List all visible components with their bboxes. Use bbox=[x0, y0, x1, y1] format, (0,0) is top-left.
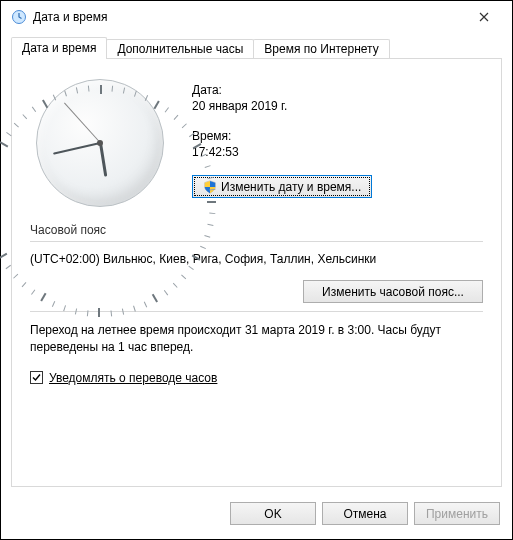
uac-shield-icon bbox=[203, 180, 217, 194]
tab-strip: Дата и время Дополнительные часы Время п… bbox=[1, 33, 512, 59]
date-time-window: Дата и время Дата и время Дополнительные… bbox=[0, 0, 513, 540]
apply-button[interactable]: Применить bbox=[414, 502, 500, 525]
change-timezone-label: Изменить часовой пояс... bbox=[322, 285, 464, 299]
titlebar: Дата и время bbox=[1, 1, 512, 33]
close-icon bbox=[479, 12, 489, 22]
timezone-heading: Часовой пояс bbox=[30, 223, 483, 237]
close-button[interactable] bbox=[464, 3, 504, 31]
notify-dst-label: Уведомлять о переводе часов bbox=[49, 371, 217, 385]
cancel-button[interactable]: Отмена bbox=[322, 502, 408, 525]
ok-button[interactable]: OK bbox=[230, 502, 316, 525]
window-title: Дата и время bbox=[33, 10, 464, 24]
checkmark-icon bbox=[31, 372, 42, 383]
change-date-time-button[interactable]: Изменить дату и время... bbox=[192, 175, 372, 198]
divider bbox=[30, 241, 483, 242]
dst-info-text: Переход на летнее время происходит 31 ма… bbox=[30, 322, 483, 357]
analog-clock bbox=[36, 79, 166, 209]
date-label: Дата: bbox=[192, 83, 372, 97]
date-value: 20 января 2019 г. bbox=[192, 99, 372, 113]
clock-app-icon bbox=[11, 9, 27, 25]
tab-date-time[interactable]: Дата и время bbox=[11, 37, 107, 59]
tab-panel-date-time: Дата: 20 января 2019 г. Время: 17:42:53 … bbox=[11, 58, 502, 487]
date-time-info: Дата: 20 января 2019 г. Время: 17:42:53 … bbox=[192, 79, 372, 209]
time-value: 17:42:53 bbox=[192, 145, 372, 159]
notify-dst-checkbox[interactable] bbox=[30, 371, 43, 384]
time-label: Время: bbox=[192, 129, 372, 143]
notify-dst-row[interactable]: Уведомлять о переводе часов bbox=[30, 371, 483, 385]
change-date-time-label: Изменить дату и время... bbox=[221, 180, 361, 194]
change-timezone-button[interactable]: Изменить часовой пояс... bbox=[303, 280, 483, 303]
dialog-button-row: OK Отмена Применить bbox=[1, 494, 512, 539]
timezone-value: (UTC+02:00) Вильнюс, Киев, Рига, София, … bbox=[30, 252, 483, 266]
